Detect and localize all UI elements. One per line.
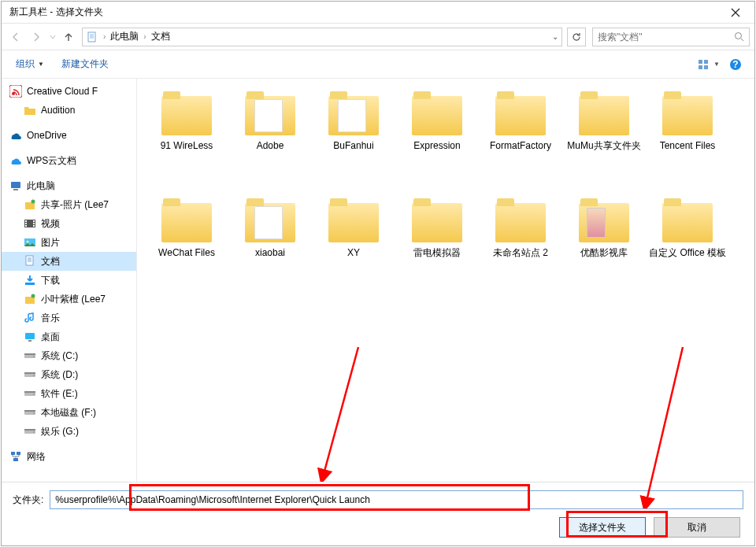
button-row: 选择文件夹 取消 [13,517,743,538]
sidebar-item[interactable]: 文档 [2,252,136,271]
select-folder-button[interactable]: 选择文件夹 [559,517,646,538]
chevron-down-icon: ▼ [38,61,44,68]
close-icon[interactable] [720,2,751,24]
sidebar-item[interactable]: WPS云文档 [2,151,136,170]
cancel-button[interactable]: 取消 [654,517,740,538]
folder-label: BuFanhui [333,140,373,152]
sidebar-item[interactable]: 图片 [2,233,136,252]
folder-item[interactable]: 自定义 Office 模板 [646,195,729,302]
folder-item[interactable]: 优酷影视库 [562,195,646,302]
sidebar-item-label: Creative Cloud F [27,86,98,97]
sidebar-item[interactable]: Audition [2,101,136,120]
sidebar-item[interactable]: 网络 [2,447,136,466]
sidebar-item-label: 娱乐 (G:) [41,425,79,438]
folder-label: FormatFactory [490,140,551,152]
help-button[interactable]: ? [724,55,747,74]
refresh-button[interactable] [567,28,586,46]
content-pane[interactable]: 91 WireLessAdobeBuFanhuiExpressionFormat… [137,79,754,482]
downloads-icon [24,274,36,286]
search-icon[interactable] [734,31,744,42]
organize-button[interactable]: 组织 ▼ [9,54,50,74]
svg-rect-45 [17,452,20,455]
breadcrumb-loc1[interactable]: 此电脑 [110,30,139,43]
share-icon [24,198,36,211]
back-button[interactable] [6,28,25,46]
up-button[interactable] [60,28,77,46]
svg-rect-20 [33,225,35,227]
chevron-down-icon[interactable]: ⌄ [552,32,558,41]
folder-path-input[interactable] [50,490,743,509]
sidebar-item[interactable]: 音乐 [2,309,136,327]
svg-text:?: ? [732,59,738,70]
folder-item[interactable]: BuFanhui [312,88,395,195]
sidebar-item-label: 桌面 [41,331,60,344]
svg-rect-46 [13,458,18,461]
newfolder-button[interactable]: 新建文件夹 [55,54,115,74]
svg-point-31 [33,356,35,357]
sidebar-item-label: 此电脑 [27,179,55,193]
svg-point-1 [736,33,742,39]
sidebar-item[interactable]: 此电脑 [2,176,136,195]
folder-item[interactable]: 未命名站点 2 [479,195,562,302]
sidebar-item[interactable]: 娱乐 (G:) [2,422,136,441]
svg-rect-39 [24,410,35,412]
folder-item[interactable]: MuMu共享文件夹 [562,88,646,195]
folder-icon [161,91,212,135]
folder-label: 雷电模拟器 [413,247,461,259]
svg-point-13 [32,200,35,204]
search-box[interactable] [592,28,750,46]
sidebar-item[interactable]: 小叶紫檀 (Lee7 [2,290,136,309]
folder-icon [495,198,546,242]
navbar: › 此电脑 › 文档 ⌄ [2,24,754,50]
sidebar-item[interactable]: 视频 [2,214,136,233]
folder-icon [495,91,546,135]
folder-item[interactable]: Adobe [228,88,312,195]
svg-rect-4 [699,65,702,69]
sidebar-item[interactable]: 本地磁盘 (F:) [2,403,136,422]
search-input[interactable] [598,31,734,43]
sidebar-item[interactable]: Creative Cloud F [2,82,136,101]
share-icon [24,293,36,305]
chevron-down-icon: ▼ [713,61,720,68]
folder-label: XY [347,247,360,259]
folder-label: xiaobai [255,247,285,259]
folder-label: MuMu共享文件夹 [567,140,640,152]
folder-item[interactable]: FormatFactory [479,88,562,195]
view-button[interactable]: ▼ [698,55,720,74]
folder-item[interactable]: Tencent Files [646,88,729,195]
sidebar-item-label: 系统 (C:) [41,349,78,363]
folder-label: Adobe [257,140,284,152]
sidebar-item[interactable]: 共享-照片 (Lee7 [2,195,136,214]
sidebar-item[interactable]: 软件 (E:) [2,384,136,403]
breadcrumb[interactable]: › 此电脑 › 文档 ⌄ [82,28,562,46]
folder-item[interactable]: Expression [395,88,479,195]
folder-item[interactable]: 雷电模拟器 [395,195,479,302]
sidebar-item-label: 小叶紫檀 (Lee7 [41,293,106,306]
sidebar-item[interactable]: 桌面 [2,327,136,346]
folder-icon [579,91,629,135]
folder-item[interactable]: WeChat Files [145,195,228,302]
folder-label: 自定义 Office 模板 [649,247,726,259]
folder-icon [662,198,713,242]
sidebar-item[interactable]: 系统 (D:) [2,365,136,384]
sidebar-item[interactable]: 下载 [2,271,136,290]
folder-item[interactable]: XY [312,195,395,302]
folder-label: 91 WireLess [161,140,213,152]
documents-icon [24,255,36,268]
sidebar-item[interactable]: 系统 (C:) [2,346,136,365]
toolbar: 组织 ▼ 新建文件夹 ▼ ? [2,50,754,79]
sidebar-item-label: 软件 (E:) [41,387,78,401]
dialog-body: Creative Cloud FAuditionOneDriveWPS云文档此电… [2,79,754,482]
breadcrumb-loc2[interactable]: 文档 [151,30,170,43]
network-icon [9,450,22,463]
svg-point-22 [27,241,29,243]
chevron-right-icon: › [103,32,106,41]
pc-icon [9,179,22,192]
svg-rect-10 [11,182,20,188]
sidebar-item[interactable]: OneDrive [2,126,136,145]
forward-button[interactable] [27,28,46,46]
folder-label: WeChat Files [158,247,215,259]
folder-item[interactable]: xiaobai [228,195,312,302]
recent-dropdown[interactable] [47,28,58,46]
folder-item[interactable]: 91 WireLess [145,88,228,195]
